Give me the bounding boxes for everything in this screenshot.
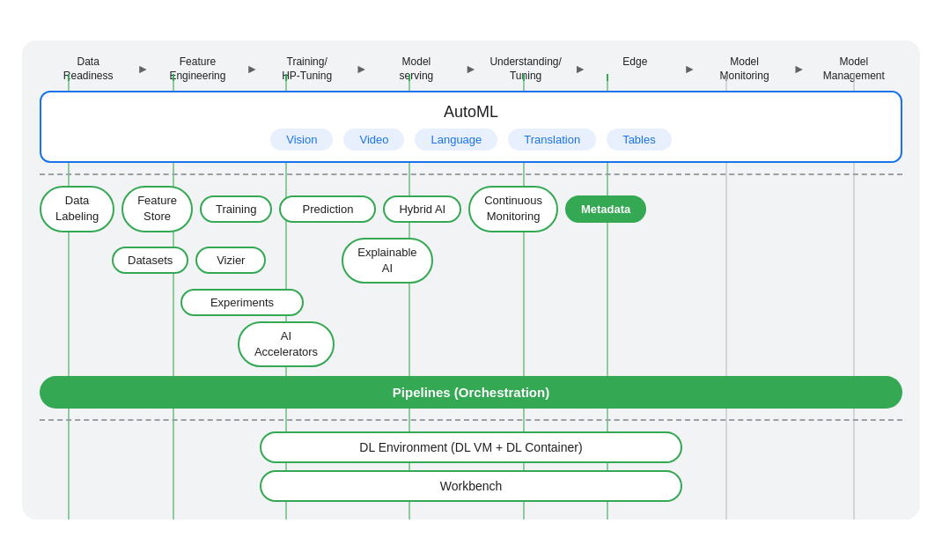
step-data-readiness: Data Readiness bbox=[40, 55, 136, 85]
comp-data-labeling: Data Labeling bbox=[40, 186, 114, 232]
arrow-5: ► bbox=[574, 58, 586, 76]
comp-prediction: Prediction bbox=[279, 195, 376, 223]
step-model-management: Model Management bbox=[806, 55, 902, 85]
arrow-3: ► bbox=[356, 58, 368, 76]
chip-tables: Tables bbox=[607, 129, 672, 151]
chip-vision: Vision bbox=[270, 129, 333, 151]
comp-training: Training bbox=[200, 195, 272, 223]
arrow-6: ► bbox=[684, 58, 696, 76]
components-row-1: Data Labeling Feature Store Training Pre… bbox=[40, 186, 902, 232]
arrow-7: ► bbox=[793, 58, 806, 76]
bottom-section: DL Environment (DL VM + DL Container) Wo… bbox=[40, 431, 902, 502]
comp-metadata: Metadata bbox=[565, 195, 646, 223]
components-row-3: Experiments bbox=[40, 289, 902, 316]
comp-feature-store: Feature Store bbox=[121, 186, 193, 232]
step-understanding: Understanding/ Tuning bbox=[477, 55, 574, 85]
components-row-2: Datasets Vizier Explainable AI bbox=[40, 238, 902, 284]
step-training-hp: Training/ HP-Tuning bbox=[258, 55, 355, 85]
comp-continuous-monitoring: Continuous Monitoring bbox=[468, 186, 558, 232]
bottom-workbench: Workbench bbox=[260, 470, 682, 502]
step-model-serving: Model serving bbox=[368, 55, 465, 85]
arrow-1: ► bbox=[136, 58, 149, 76]
chip-language: Language bbox=[415, 129, 497, 151]
comp-ai-accelerators: AI Accelerators bbox=[238, 321, 335, 367]
automl-section: AutoML Vision Video Language Translation… bbox=[40, 91, 902, 163]
divider-1 bbox=[40, 173, 902, 175]
main-diagram: Data Readiness ► Feature Engineering ► T… bbox=[22, 41, 920, 520]
chip-translation: Translation bbox=[508, 129, 596, 151]
comp-vizier: Vizier bbox=[195, 247, 266, 274]
divider-2 bbox=[40, 419, 902, 421]
pipeline-header: Data Readiness ► Feature Engineering ► T… bbox=[40, 55, 902, 92]
chip-video: Video bbox=[343, 129, 404, 151]
components-row-4: AI Accelerators bbox=[40, 321, 902, 367]
comp-hybrid-ai: Hybrid AI bbox=[383, 195, 461, 223]
comp-datasets: Datasets bbox=[112, 247, 188, 274]
pipelines-bar: Pipelines (Orchestration) bbox=[40, 376, 902, 409]
components-section: Data Labeling Feature Store Training Pre… bbox=[40, 186, 902, 367]
automl-chips: Vision Video Language Translation Tables bbox=[55, 129, 887, 151]
bottom-dl-environment: DL Environment (DL VM + DL Container) bbox=[260, 431, 682, 463]
automl-title: AutoML bbox=[55, 103, 887, 122]
step-edge: Edge bbox=[586, 55, 683, 70]
step-model-monitoring: Model Monitoring bbox=[695, 55, 792, 85]
comp-experiments: Experiments bbox=[180, 289, 304, 316]
step-feature-engineering: Feature Engineering bbox=[149, 55, 246, 85]
arrow-4: ► bbox=[465, 58, 477, 76]
diagram-content: AutoML Vision Video Language Translation… bbox=[40, 91, 902, 502]
comp-explainable-ai: Explainable AI bbox=[342, 238, 432, 284]
arrow-2: ► bbox=[247, 58, 259, 76]
